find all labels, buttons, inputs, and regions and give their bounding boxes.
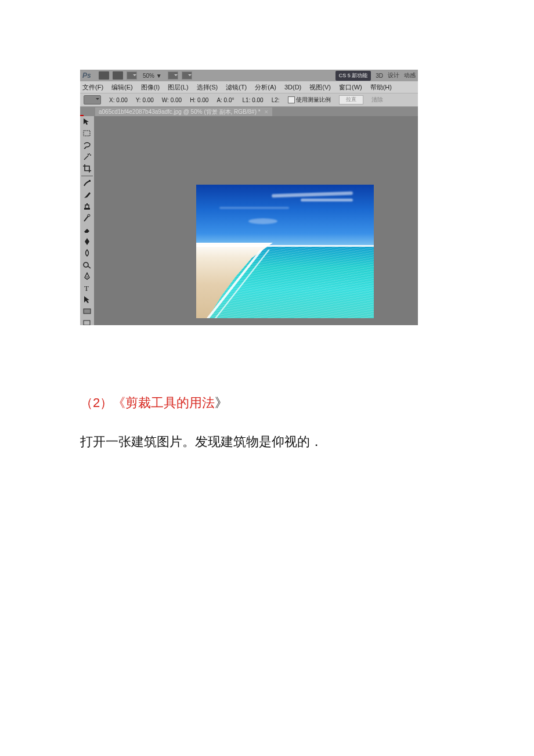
- ps-titlebar: Ps 50% ▼ CS 5 新功能 3D 设计 动感: [80, 70, 418, 81]
- menu-analysis[interactable]: 分析(A): [255, 83, 276, 92]
- svg-text:T: T: [84, 284, 89, 293]
- workspace-design[interactable]: 设计: [388, 71, 399, 80]
- opt-y: Y: 0.00: [136, 97, 154, 103]
- svg-rect-2: [84, 208, 90, 210]
- menu-select[interactable]: 选择(S): [197, 83, 218, 92]
- blur-tool-icon[interactable]: [82, 249, 92, 258]
- type-tool-icon[interactable]: T: [82, 283, 92, 293]
- beach-image: [196, 185, 374, 318]
- straighten-button[interactable]: 拉直: [339, 95, 363, 105]
- svg-rect-0: [84, 131, 90, 136]
- svg-rect-9: [84, 321, 90, 325]
- section-title: 剪裁工具的用法: [125, 395, 215, 410]
- toolbox: T: [80, 116, 94, 325]
- section-suffix: 》: [215, 395, 228, 410]
- opt-h: H: 0.00: [190, 97, 208, 103]
- extras-icon[interactable]: [182, 71, 192, 80]
- marquee-tool-icon[interactable]: [82, 129, 92, 138]
- svg-point-6: [86, 276, 88, 278]
- section-body: 打开一张建筑图片。发现建筑物是仰视的．: [80, 429, 454, 455]
- clone-stamp-tool-icon[interactable]: [82, 202, 92, 211]
- svg-rect-1: [89, 180, 91, 182]
- canvas-area[interactable]: [94, 116, 418, 325]
- dodge-tool-icon[interactable]: [82, 260, 92, 269]
- workspace-motion[interactable]: 动感: [404, 71, 416, 80]
- document-tab[interactable]: a065cd1bf4e2087b43a9adfc.jpg @ 50% (背景 副…: [95, 107, 272, 117]
- lasso-tool-icon[interactable]: [82, 141, 92, 150]
- photoshop-screenshot: Ps 50% ▼ CS 5 新功能 3D 设计 动感 文件(F) 编辑(E): [80, 70, 418, 325]
- eyedropper-tool-icon[interactable]: [81, 175, 93, 177]
- menu-edit[interactable]: 编辑(E): [111, 83, 133, 92]
- opt-l2: L2:: [272, 97, 280, 103]
- crop-tool-icon[interactable]: [82, 164, 92, 173]
- options-bar: X: 0.00 Y: 0.00 W: 0.00 H: 0.00 A: 0.0° …: [80, 93, 418, 107]
- screen-mode-icon[interactable]: [127, 71, 137, 80]
- opt-a: A: 0.0°: [217, 97, 234, 103]
- photoshop-logo: Ps: [82, 71, 93, 80]
- history-brush-tool-icon[interactable]: [82, 214, 92, 223]
- svg-rect-8: [84, 309, 91, 314]
- zoom-level[interactable]: 50% ▼: [143, 73, 162, 79]
- menu-3d[interactable]: 3D(D): [284, 84, 301, 91]
- brush-tool-icon[interactable]: [82, 190, 92, 200]
- article-text: （2）《剪裁工具的用法》 打开一张建筑图片。发现建筑物是仰视的．: [80, 390, 454, 455]
- menu-image[interactable]: 图像(I): [141, 83, 160, 92]
- path-selection-tool-icon[interactable]: [82, 295, 92, 304]
- workspace-3d[interactable]: 3D: [376, 73, 383, 79]
- opt-w: W: 0.00: [162, 97, 182, 103]
- close-icon[interactable]: ✕: [264, 109, 269, 115]
- menu-layer[interactable]: 图层(L): [168, 83, 188, 92]
- workspace: T: [80, 116, 418, 325]
- menu-help[interactable]: 帮助(H): [370, 83, 392, 92]
- pen-tool-icon[interactable]: [82, 272, 92, 281]
- menu-file[interactable]: 文件(F): [82, 83, 103, 92]
- hand-tool-icon[interactable]: [82, 318, 92, 325]
- healing-brush-tool-icon[interactable]: [82, 179, 92, 188]
- cs5-features-button[interactable]: CS 5 新功能: [335, 71, 371, 81]
- bridge-icon[interactable]: [99, 71, 109, 80]
- use-scale-label: 使用测量比例: [296, 96, 331, 104]
- gradient-tool-icon[interactable]: [82, 237, 92, 246]
- menu-filter[interactable]: 滤镜(T): [226, 83, 247, 92]
- launcher-icons: [99, 71, 137, 80]
- section-number: （2）《: [80, 395, 125, 410]
- arrange-icons: [168, 71, 192, 80]
- menu-window[interactable]: 窗口(W): [339, 83, 362, 92]
- document-tab-title: a065cd1bf4e2087b43a9adfc.jpg @ 50% (背景 副…: [99, 108, 261, 116]
- menu-view[interactable]: 视图(V): [309, 83, 331, 92]
- use-measurement-scale-checkbox[interactable]: 使用测量比例: [288, 96, 331, 104]
- menu-bar: 文件(F) 编辑(E) 图像(I) 图层(L) 选择(S) 滤镜(T) 分析(A…: [80, 81, 418, 93]
- move-tool-icon[interactable]: [82, 117, 92, 127]
- arrange-documents-icon[interactable]: [168, 71, 178, 80]
- ruler-tool-preset[interactable]: [84, 95, 101, 105]
- clear-button[interactable]: 清除: [371, 96, 383, 104]
- magic-wand-tool-icon[interactable]: [82, 152, 92, 161]
- minibridge-icon[interactable]: [113, 71, 123, 80]
- svg-point-4: [88, 214, 90, 217]
- opt-l1: L1: 0.00: [243, 97, 264, 103]
- opt-x: X: 0.00: [109, 97, 128, 103]
- svg-rect-3: [86, 203, 88, 205]
- rectangle-tool-icon[interactable]: [82, 307, 92, 316]
- eraser-tool-icon[interactable]: [82, 225, 92, 235]
